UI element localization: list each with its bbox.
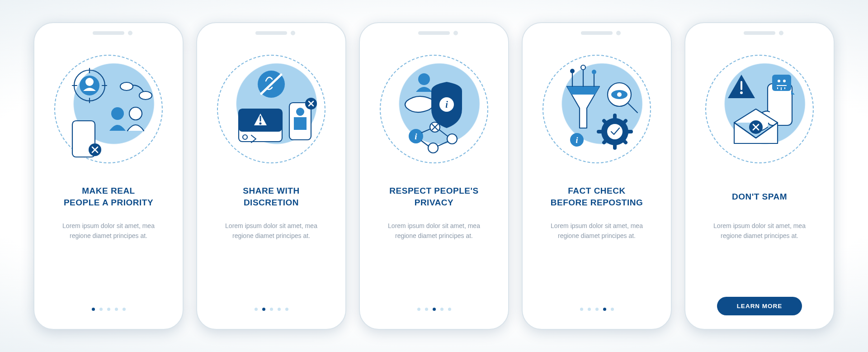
screen-title: MAKE REAL PEOPLE A PRIORITY xyxy=(64,185,153,209)
spam-icon xyxy=(705,55,814,163)
onboarding-screen-1: MAKE REAL PEOPLE A PRIORITY Lorem ipsum … xyxy=(33,22,184,330)
screen-description: Lorem ipsum dolor sit amet, mea regione … xyxy=(703,221,816,241)
screen-description: Lorem ipsum dolor sit amet, mea regione … xyxy=(377,221,491,241)
dot[interactable] xyxy=(99,308,103,311)
real-people-icon xyxy=(54,55,163,163)
svg-text:i: i xyxy=(415,132,417,141)
svg-point-63 xyxy=(783,80,786,82)
svg-point-8 xyxy=(129,107,142,120)
privacy-icon: i i xyxy=(380,55,488,163)
dot[interactable] xyxy=(255,308,258,311)
dot[interactable] xyxy=(123,308,126,311)
dot[interactable] xyxy=(270,308,273,311)
svg-line-33 xyxy=(439,130,448,136)
onboarding-screen-4: i FACT CHECK BEFORE REPOSTING Lorem ipsu… xyxy=(522,22,672,330)
screen-description: Lorem ipsum dolor sit amet, mea regione … xyxy=(540,221,653,241)
svg-point-2 xyxy=(85,78,94,86)
screen-title: SHARE WITH DISCRETION xyxy=(243,185,299,209)
dot[interactable] xyxy=(440,308,443,311)
svg-line-32 xyxy=(422,129,430,133)
dot[interactable] xyxy=(115,308,118,311)
svg-line-34 xyxy=(438,142,448,146)
svg-point-9 xyxy=(120,82,133,90)
svg-point-24 xyxy=(418,73,430,85)
svg-point-58 xyxy=(740,91,743,94)
svg-point-10 xyxy=(139,91,152,100)
svg-point-39 xyxy=(581,65,585,70)
svg-point-37 xyxy=(570,69,575,73)
svg-point-55 xyxy=(607,124,623,139)
phone-notch xyxy=(581,31,613,35)
screen-title: FACT CHECK BEFORE REPOSTING xyxy=(551,185,643,209)
dot[interactable] xyxy=(425,308,428,311)
svg-point-7 xyxy=(111,107,124,120)
dot[interactable] xyxy=(433,308,436,311)
svg-point-17 xyxy=(259,123,262,125)
discretion-icon xyxy=(217,55,326,163)
svg-text:i: i xyxy=(576,136,578,145)
dot[interactable] xyxy=(611,308,614,311)
screen-description: Lorem ipsum dolor sit amet, mea regione … xyxy=(215,221,328,241)
dot[interactable] xyxy=(595,308,599,311)
dot[interactable] xyxy=(285,308,288,311)
phone-notch xyxy=(93,31,124,35)
svg-line-52 xyxy=(624,141,626,143)
screen-description: Lorem ipsum dolor sit amet, mea regione … xyxy=(52,221,165,241)
dot[interactable] xyxy=(278,308,281,311)
svg-line-53 xyxy=(604,141,606,143)
dot[interactable] xyxy=(262,308,265,311)
phone-notch xyxy=(744,31,775,35)
onboarding-screen-2: SHARE WITH DISCRETION Lorem ipsum dolor … xyxy=(196,22,346,330)
dot[interactable] xyxy=(92,308,95,311)
dot[interactable] xyxy=(417,308,420,311)
page-indicator xyxy=(255,308,288,311)
svg-line-51 xyxy=(604,121,606,123)
svg-point-30 xyxy=(447,134,457,144)
dot[interactable] xyxy=(448,308,451,311)
dot[interactable] xyxy=(107,308,110,311)
screen-title: DON'T SPAM xyxy=(732,185,787,209)
svg-point-31 xyxy=(428,143,438,153)
phone-notch xyxy=(418,31,450,35)
svg-point-62 xyxy=(778,80,780,82)
onboarding-screen-3: i i RESPECT PEOPLE'S PRIVACY Lorem ipsum… xyxy=(359,22,509,330)
svg-rect-22 xyxy=(294,117,307,130)
svg-point-44 xyxy=(617,92,622,97)
dot[interactable] xyxy=(603,308,606,311)
svg-line-35 xyxy=(421,141,429,146)
svg-point-41 xyxy=(592,70,596,74)
svg-point-21 xyxy=(296,108,304,116)
svg-line-45 xyxy=(628,104,637,113)
fact-check-icon: i xyxy=(542,55,651,163)
dot[interactable] xyxy=(580,308,583,311)
screen-title: RESPECT PEOPLE'S PRIVACY xyxy=(389,185,478,209)
onboarding-screen-5: DON'T SPAM Lorem ipsum dolor sit amet, m… xyxy=(684,22,835,330)
page-indicator xyxy=(417,308,451,311)
svg-text:i: i xyxy=(445,100,448,109)
phone-notch xyxy=(255,31,287,35)
page-indicator xyxy=(580,308,614,311)
svg-line-54 xyxy=(624,121,626,123)
learn-more-button[interactable]: LEARN MORE xyxy=(717,297,802,315)
page-indicator xyxy=(92,308,126,311)
dot[interactable] xyxy=(588,308,591,311)
